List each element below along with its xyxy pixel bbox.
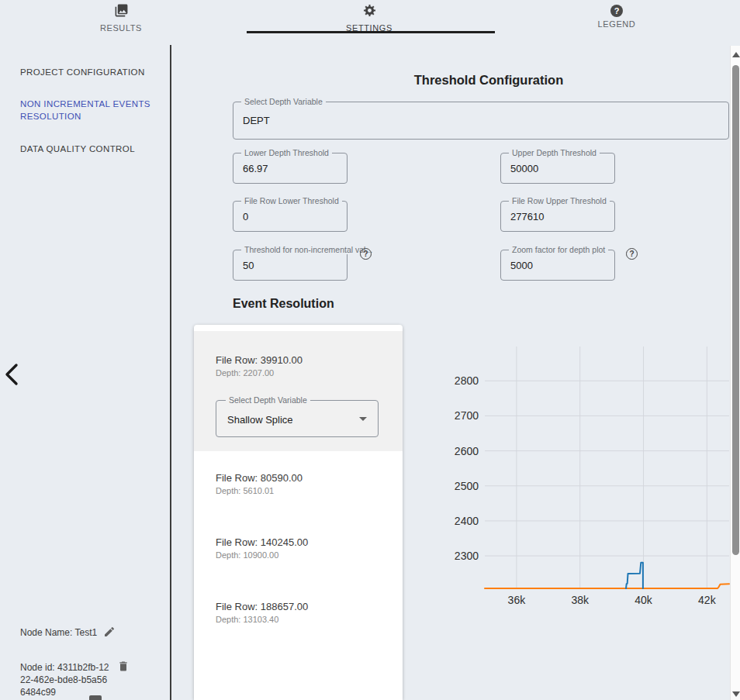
scroll-up-arrow-icon[interactable] xyxy=(732,52,740,57)
collapse-panel-button[interactable] xyxy=(2,361,22,389)
chevron-down-icon xyxy=(359,417,367,421)
scroll-down-arrow-icon[interactable] xyxy=(732,691,740,697)
svg-text:2800: 2800 xyxy=(455,374,479,387)
event-depth-variable-dropdown[interactable]: Select Depth Variable Shallow Splice xyxy=(216,400,379,437)
tab-settings[interactable]: SETTINGS xyxy=(315,3,424,33)
active-tab-indicator xyxy=(247,31,495,33)
non-incremental-help-icon[interactable]: ? xyxy=(360,248,372,260)
depth-plot: 36k38k40k42k280027002600250024002300 xyxy=(454,343,733,612)
vertical-scrollbar[interactable] xyxy=(730,46,740,700)
chevron-left-icon xyxy=(3,378,20,389)
tab-legend[interactable]: ? LEGEND xyxy=(562,3,671,29)
delete-node-button[interactable] xyxy=(117,660,130,675)
non-incremental-threshold-field[interactable]: Threshold for non-incremental val... xyxy=(233,250,348,281)
non-incremental-threshold-input[interactable] xyxy=(243,250,341,280)
gear-icon xyxy=(362,3,377,19)
svg-text:40k: 40k xyxy=(635,594,653,606)
save-icon[interactable] xyxy=(89,695,102,700)
node-id: Node id: 4311b2fb-1222-462e-bde8-b5a5664… xyxy=(20,661,112,698)
sidebar-item-data-quality-control[interactable]: DATA QUALITY CONTROL xyxy=(20,143,157,155)
pencil-icon xyxy=(103,629,116,640)
tab-results-label: RESULTS xyxy=(67,23,175,33)
svg-text:2600: 2600 xyxy=(455,445,479,457)
edit-node-name-button[interactable] xyxy=(103,626,116,640)
event-depth: Depth: 5610.01 xyxy=(216,486,303,495)
lower-depth-threshold-field[interactable]: Lower Depth Threshold xyxy=(233,153,348,184)
node-name: Node Name: Test1 xyxy=(20,627,97,638)
svg-text:36k: 36k xyxy=(508,594,527,606)
depth-variable-value[interactable] xyxy=(243,102,722,139)
lower-depth-threshold-input[interactable] xyxy=(243,153,341,183)
sidebar-item-non-incremental-events-resolution[interactable]: NON INCREMENTAL EVENTS RESOLUTION xyxy=(20,98,157,122)
sidebar-divider xyxy=(170,45,171,700)
event-item-selected[interactable]: File Row: 39910.00 Depth: 2207.00 Select… xyxy=(194,331,403,451)
event-resolution-title: Event Resolution xyxy=(233,297,334,311)
sidebar-item-project-configuration[interactable]: PROJECT CONFIGURATION xyxy=(20,66,157,78)
file-row-lower-threshold-input[interactable] xyxy=(243,202,341,231)
scrollbar-thumb[interactable] xyxy=(732,65,739,555)
trash-icon xyxy=(117,664,130,675)
event-item[interactable]: File Row: 80590.00 Depth: 5610.01 xyxy=(216,472,303,495)
upper-depth-threshold-field[interactable]: Upper Depth Threshold xyxy=(500,153,615,184)
threshold-configuration-title: Threshold Configuration xyxy=(240,73,737,88)
svg-text:2700: 2700 xyxy=(455,409,479,422)
file-row-upper-threshold-field[interactable]: File Row Upper Threshold xyxy=(500,201,615,232)
event-list-panel: File Row: 39910.00 Depth: 2207.00 Select… xyxy=(194,325,403,700)
depth-variable-select[interactable]: Select Depth Variable xyxy=(233,102,729,140)
event-dropdown-value: Shallow Splice xyxy=(227,414,293,426)
event-file-row: File Row: 80590.00 xyxy=(216,472,303,484)
event-dropdown-label: Select Depth Variable xyxy=(226,395,310,405)
svg-text:2500: 2500 xyxy=(455,480,479,492)
depth-plot-canvas: 36k38k40k42k280027002600250024002300 xyxy=(454,343,733,612)
zoom-factor-field[interactable]: Zoom factor for depth plot xyxy=(500,250,615,281)
svg-text:2400: 2400 xyxy=(455,515,479,527)
svg-text:42k: 42k xyxy=(698,594,717,606)
svg-text:38k: 38k xyxy=(571,594,590,606)
help-icon: ? xyxy=(610,5,623,17)
event-depth: Depth: 13103.40 xyxy=(216,615,308,624)
event-file-row: File Row: 188657.00 xyxy=(216,601,308,612)
upper-depth-threshold-input[interactable] xyxy=(510,153,608,183)
zoom-factor-help-icon[interactable]: ? xyxy=(626,248,638,260)
event-depth: Depth: 10900.00 xyxy=(216,550,308,560)
zoom-factor-input[interactable] xyxy=(510,250,608,280)
event-item[interactable]: File Row: 188657.00 Depth: 13103.40 xyxy=(216,601,308,624)
tab-results[interactable]: RESULTS xyxy=(67,3,175,33)
tab-legend-label: LEGEND xyxy=(562,19,671,29)
event-file-row: File Row: 39910.00 xyxy=(216,354,303,366)
svg-text:2300: 2300 xyxy=(455,550,479,562)
event-item[interactable]: File Row: 140245.00 Depth: 10900.00 xyxy=(216,536,308,560)
event-depth: Depth: 2207.00 xyxy=(216,368,303,378)
photo-library-icon xyxy=(114,3,129,19)
file-row-upper-threshold-input[interactable] xyxy=(510,202,608,231)
file-row-lower-threshold-field[interactable]: File Row Lower Threshold xyxy=(233,201,348,232)
top-tab-bar: RESULTS SETTINGS ? LEGEND xyxy=(0,0,740,43)
event-file-row: File Row: 140245.00 xyxy=(216,536,308,548)
